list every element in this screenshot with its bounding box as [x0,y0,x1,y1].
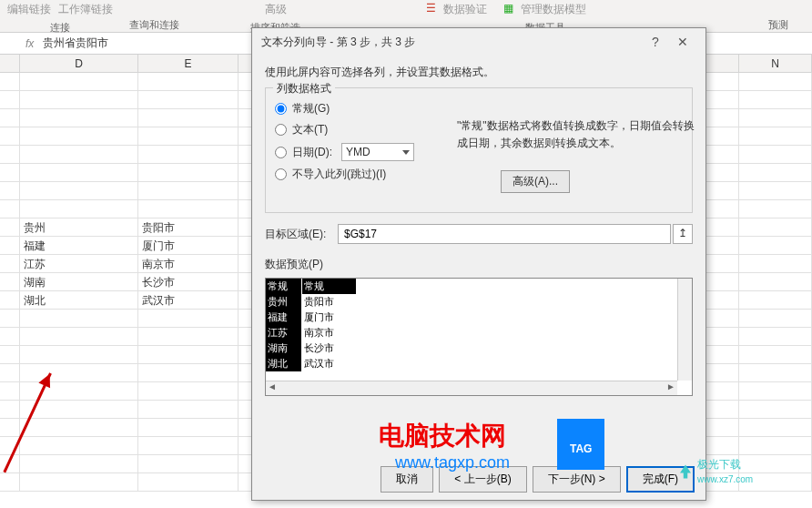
format-note: "常规"数据格式将数值转换成数字，日期值会转换成日期，其余数据则转换成文本。 [457,117,703,152]
dialog-titlebar: 文本分列向导 - 第 3 步，共 3 步 ? ✕ [252,28,705,56]
ribbon-cmd[interactable]: 工作簿链接 [58,2,113,17]
close-button[interactable]: ✕ [669,35,696,49]
dialog-title: 文本分列向导 - 第 3 步，共 3 步 [261,35,642,50]
radio-text[interactable] [275,124,287,136]
data-preview[interactable]: 常规常规贵州贵阳市福建厦门市江苏南京市湖南长沙市湖北武汉市 [265,278,693,396]
radio-general[interactable] [275,103,287,115]
ribbon-group-label: 查询和连接 [129,18,179,32]
range-picker-icon[interactable]: ↥ [673,224,693,244]
ribbon-cmd[interactable]: 数据验证 [443,2,487,17]
advanced-button[interactable]: 高级(A)... [501,170,570,193]
fx-icon[interactable]: fx [25,37,34,50]
ribbon-group-forecast: 预测 [768,0,788,32]
destination-label: 目标区域(E): [265,227,338,242]
next-button[interactable]: 下一步(N) > [533,466,621,493]
finish-button[interactable]: 完成(F) [626,466,695,493]
date-format-select[interactable]: YMD [341,143,414,161]
dialog-footer: 取消 < 上一步(B) 下一步(N) > 完成(F) [381,466,695,493]
fieldset-legend: 列数据格式 [273,81,335,97]
column-format-fieldset: 列数据格式 常规(G) 文本(T) 日期(D): YMD 不导入此列(跳过)(I… [265,87,693,213]
destination-input[interactable] [338,224,671,244]
scrollbar-vertical[interactable] [677,279,692,381]
ribbon-cmd[interactable]: 编辑链接 [7,2,51,17]
radio-general-label[interactable]: 常规(G) [292,101,330,117]
select-all[interactable] [0,55,20,72]
radio-date-label[interactable]: 日期(D): [292,145,332,160]
ribbon-cmd[interactable]: 高级 [265,2,287,17]
ribbon-group-label: 预测 [768,18,788,32]
col-header[interactable]: D [20,55,138,72]
radio-date[interactable] [275,147,287,158]
ribbon-group-connections: 编辑链接工作簿链接 连接 [7,0,113,35]
scrollbar-horizontal[interactable] [266,381,677,395]
col-header[interactable]: N [739,55,812,72]
ribbon-group-label: 连接 [50,21,70,35]
dialog-instruction: 使用此屏内容可选择各列，并设置其数据格式。 [265,65,693,80]
cancel-button[interactable]: 取消 [381,466,433,493]
radio-skip-label[interactable]: 不导入此列(跳过)(I) [292,167,386,182]
help-button[interactable]: ? [642,35,669,49]
ribbon-cmd[interactable]: 管理数据模型 [521,2,586,17]
radio-skip[interactable] [275,168,287,180]
col-header[interactable]: E [138,55,239,72]
ribbon-group-queries: 查询和连接 [129,0,179,32]
back-button[interactable]: < 上一步(B) [439,466,526,493]
preview-label: 数据预览(P) [265,257,693,272]
text-to-columns-dialog: 文本分列向导 - 第 3 步，共 3 步 ? ✕ 使用此屏内容可选择各列，并设置… [251,27,706,501]
radio-text-label[interactable]: 文本(T) [292,122,328,137]
formula-value[interactable]: 贵州省贵阳市 [43,36,108,51]
